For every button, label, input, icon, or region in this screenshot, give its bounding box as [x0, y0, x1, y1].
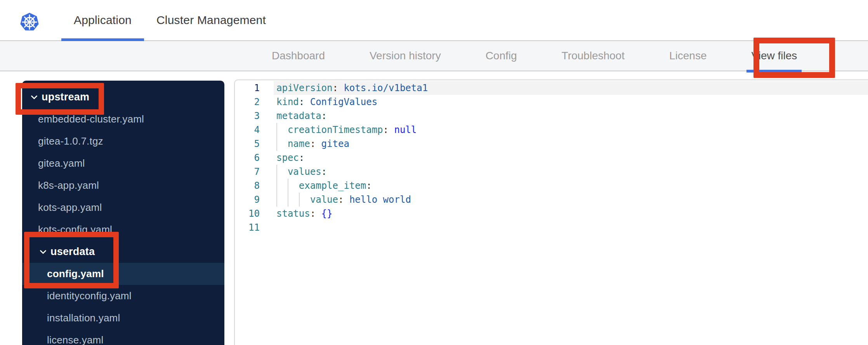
tree-item-label: config.yaml	[47, 268, 104, 280]
sub-tab-label: Troubleshoot	[562, 50, 625, 62]
indent-guide	[276, 123, 277, 137]
code-text: kind: ConfigValues	[276, 95, 377, 109]
token-punct: :	[383, 124, 389, 135]
code-line-2[interactable]: 2kind: ConfigValues	[235, 95, 868, 109]
top-tab-application[interactable]: Application	[61, 0, 144, 40]
code-text: status: {}	[276, 207, 333, 221]
top-navigation-bar: ApplicationCluster Management	[0, 0, 868, 41]
code-text: apiVersion: kots.io/v1beta1	[276, 81, 428, 95]
code-line-11[interactable]: 11	[235, 221, 868, 235]
code-text: example_item:	[299, 179, 372, 193]
code-text: value: hello world	[310, 193, 411, 207]
code-line-1[interactable]: 1apiVersion: kots.io/v1beta1	[235, 81, 868, 95]
token-key: values	[288, 166, 321, 177]
token-key: creationTimestamp	[288, 124, 383, 135]
code-line-9[interactable]: 9value: hello world	[235, 193, 868, 207]
line-number: 2	[235, 95, 260, 109]
indent-guide	[276, 165, 277, 179]
sub-tab-view-files[interactable]: View files	[751, 41, 797, 71]
tree-file-gitea-yaml[interactable]: gitea.yaml	[22, 152, 224, 174]
chevron-down-icon	[38, 247, 48, 257]
tree-file-gitea-1-0-7-tgz[interactable]: gitea-1.0.7.tgz	[22, 130, 224, 152]
kubernetes-logo	[20, 12, 39, 32]
sub-tab-label: View files	[751, 50, 797, 62]
line-number: 8	[235, 179, 260, 193]
code-text: name: gitea	[288, 137, 349, 151]
tree-file-embedded-cluster-yaml[interactable]: embedded-cluster.yaml	[22, 108, 224, 130]
indent-guide	[276, 137, 277, 151]
code-line-4[interactable]: 4creationTimestamp: null	[235, 123, 868, 137]
top-tab-cluster-management[interactable]: Cluster Management	[144, 0, 278, 40]
tree-folder-userdata[interactable]: userdata	[22, 241, 224, 263]
token-key: example_item	[299, 180, 366, 191]
code-text: metadata:	[276, 109, 327, 123]
token-punct: :	[338, 194, 344, 205]
token-keyword: null	[389, 124, 417, 135]
code-text: creationTimestamp: null	[288, 123, 417, 137]
token-key: name	[288, 138, 310, 149]
tree-file-installation-yaml[interactable]: installation.yaml	[22, 307, 224, 329]
indent-guide	[288, 193, 288, 207]
sub-tab-label: Version history	[370, 50, 441, 62]
sub-tab-config[interactable]: Config	[486, 41, 517, 71]
sub-tab-license[interactable]: License	[669, 41, 707, 71]
code-line-5[interactable]: 5name: gitea	[235, 137, 868, 151]
line-number: 6	[235, 151, 260, 165]
token-value: gitea	[316, 138, 349, 149]
sub-tab-label: License	[669, 50, 707, 62]
token-punct: :	[299, 97, 304, 107]
indent-guide	[276, 193, 277, 207]
sub-tab-troubleshoot[interactable]: Troubleshoot	[562, 41, 625, 71]
line-number: 7	[235, 165, 260, 179]
token-key: value	[310, 194, 338, 205]
token-key: spec	[276, 152, 299, 163]
yaml-code-area[interactable]: 1apiVersion: kots.io/v1beta12kind: Confi…	[235, 80, 868, 235]
line-number: 3	[235, 109, 260, 123]
tree-item-label: installation.yaml	[47, 312, 120, 324]
token-punct: :	[366, 180, 372, 191]
active-tab-underline	[746, 70, 802, 72]
line-number: 9	[235, 193, 260, 207]
token-key: apiVersion	[276, 83, 333, 93]
kots-admin-console: ApplicationCluster Management DashboardV…	[0, 0, 868, 345]
line-number: 1	[235, 81, 260, 95]
tree-item-label: gitea-1.0.7.tgz	[38, 135, 103, 147]
code-line-10[interactable]: 10status: {}	[235, 207, 868, 221]
file-viewer-editor: 1apiVersion: kots.io/v1beta12kind: Confi…	[234, 79, 868, 345]
tree-file-identityconfig-yaml[interactable]: identityconfig.yaml	[22, 285, 224, 307]
tree-file-kots-app-yaml[interactable]: kots-app.yaml	[22, 197, 224, 219]
indent-guide	[276, 179, 277, 193]
token-punct: :	[333, 83, 338, 93]
code-line-6[interactable]: 6spec:	[235, 151, 868, 165]
tree-file-k8s-app-yaml[interactable]: k8s-app.yaml	[22, 174, 224, 197]
line-number: 10	[235, 207, 260, 221]
tree-file-config-yaml[interactable]: config.yaml	[22, 263, 224, 285]
tree-item-label: identityconfig.yaml	[47, 290, 132, 302]
tree-item-label: kots-app.yaml	[38, 202, 102, 214]
code-line-7[interactable]: 7values:	[235, 165, 868, 179]
token-key: kind	[276, 97, 299, 107]
top-tab-label: Cluster Management	[156, 14, 266, 27]
tree-item-label: gitea.yaml	[38, 157, 85, 169]
top-tab-label: Application	[74, 14, 132, 27]
tree-file-license-yaml[interactable]: license.yaml	[22, 329, 224, 345]
sub-tab-dashboard[interactable]: Dashboard	[272, 41, 325, 71]
token-punct: :	[321, 166, 327, 177]
file-tree-sidebar: upstreamembedded-cluster.yamlgitea-1.0.7…	[22, 81, 224, 345]
indent-guide	[288, 179, 288, 193]
line-number: 5	[235, 137, 260, 151]
sub-tab-version-history[interactable]: Version history	[370, 41, 441, 71]
code-line-8[interactable]: 8example_item:	[235, 179, 868, 193]
code-line-3[interactable]: 3metadata:	[235, 109, 868, 123]
tree-folder-upstream[interactable]: upstream	[22, 86, 224, 108]
code-text: values:	[288, 165, 327, 179]
app-sub-navigation: DashboardVersion historyConfigTroublesho…	[0, 41, 868, 71]
token-punct: :	[310, 138, 316, 149]
token-punct: :	[310, 208, 316, 219]
token-punct: :	[299, 152, 304, 163]
code-text: spec:	[276, 151, 304, 165]
tree-item-label: license.yaml	[47, 334, 103, 345]
token-key: status	[276, 208, 310, 219]
token-key: metadata	[276, 110, 321, 121]
tree-file-kots-config-yaml[interactable]: kots-config.yaml	[22, 219, 224, 241]
